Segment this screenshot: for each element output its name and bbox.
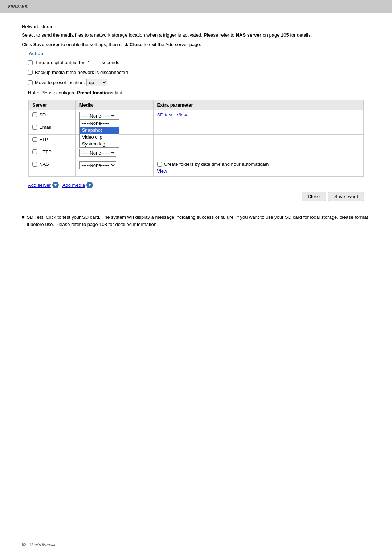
page-footer: 92 - User's Manual [22, 542, 55, 547]
trigger-value-input[interactable] [86, 59, 100, 66]
nas-server-cell: NAS [32, 161, 72, 167]
backup-row: Backup media if the network is disconnec… [28, 70, 364, 75]
ftp-server-cell: FTP [32, 137, 72, 142]
dropdown-item-syslog[interactable]: System log [80, 140, 119, 147]
note-text: Note: Please configure [28, 90, 77, 95]
dropdown-item-none[interactable]: -----None----- [80, 120, 119, 127]
click-info: Click Save server to enable the settings… [22, 41, 370, 48]
add-server-label: Add server [28, 182, 51, 188]
note-row: Note: Please configure Preset locations … [28, 90, 364, 95]
nas-view-link[interactable]: View [157, 168, 360, 174]
preset-row: Move to preset location: up down [28, 79, 364, 86]
preset-label: Move to preset location: [35, 80, 85, 85]
ftp-label: FTP [39, 137, 48, 142]
add-media-button[interactable]: Add media ▼ [62, 182, 93, 188]
add-media-icon: ▼ [86, 182, 93, 188]
nas-folders-row: Create folders by date time and hour aut… [157, 161, 360, 167]
dropdown-item-snapshot[interactable]: Snapshot [80, 127, 119, 134]
sd-checkbox[interactable] [32, 112, 37, 117]
sd-server-cell: SD [32, 112, 72, 118]
sd-label: SD [39, 112, 46, 118]
trigger-unit: seconds [102, 60, 119, 65]
table-header-row: Server Media Extra parameter [29, 100, 364, 110]
http-checkbox[interactable] [32, 149, 37, 154]
click-text-1: Click [22, 42, 33, 47]
bottom-buttons-row: Close Save event [28, 192, 364, 201]
preset-locations-link[interactable]: Preset locations [77, 90, 113, 95]
nas-folders-label: Create folders by date time and hour aut… [164, 161, 270, 167]
sd-note-section: ■ SD Test: Click to test your SD card. T… [22, 214, 370, 228]
action-legend: Action [26, 51, 45, 56]
add-media-label: Add media [62, 182, 85, 188]
trigger-checkbox[interactable] [28, 60, 33, 65]
trigger-row: Trigger digital output for seconds [28, 59, 364, 66]
nas-media-select[interactable]: -----None----- Snapshot Video clip Syste… [79, 161, 116, 169]
sd-test-link[interactable]: SD test [157, 112, 173, 118]
network-storage-section: Network storage: Select to send the medi… [22, 24, 370, 39]
action-table: Server Media Extra parameter SD [28, 100, 364, 177]
sd-view-link[interactable]: View [177, 112, 187, 118]
click-text-3: to exit the Add server page. [142, 42, 201, 47]
table-row: SD -----None----- Snapshot Video clip [29, 110, 364, 122]
close-button[interactable]: Close [302, 192, 326, 201]
table-row: HTTP -----None----- Snapshot Video clip … [29, 147, 364, 159]
header: VIVOTEK [0, 0, 392, 13]
sd-extra-links: SD test View [157, 112, 360, 118]
email-label: Email [39, 124, 51, 130]
sd-note-text: SD Test: Click to test your SD card. The… [27, 214, 370, 228]
section-description: Select to send the media files to a netw… [22, 32, 370, 39]
sd-media-select[interactable]: -----None----- Snapshot Video clip Syste… [79, 112, 116, 120]
table-row: NAS -----None----- Snapshot Video clip S… [29, 159, 364, 176]
dropdown-item-videoclip[interactable]: Video clip [80, 134, 119, 140]
extra-col-header: Extra parameter [153, 100, 363, 110]
sd-media-dropdown-box: -----None----- Snapshot Video clip Syste… [79, 112, 116, 120]
ftp-checkbox[interactable] [32, 137, 37, 142]
preset-checkbox[interactable] [28, 80, 33, 85]
table-row: FTP -----None----- Snapshot Video clip S… [29, 135, 364, 147]
server-col-header: Server [29, 100, 76, 110]
media-col-header: Media [75, 100, 153, 110]
backup-checkbox[interactable] [28, 70, 33, 75]
trigger-label: Trigger digital output for [35, 60, 85, 65]
main-content: Network storage: Select to send the medi… [0, 13, 392, 239]
desc-text-2: on page 105 for details. [261, 32, 312, 38]
nas-folders-checkbox[interactable] [157, 162, 162, 167]
preset-select[interactable]: up down [86, 79, 107, 86]
page: VIVOTEK Network storage: Select to send … [0, 0, 392, 554]
nas-label: NAS [39, 161, 49, 167]
sd-bullet-icon: ■ [22, 214, 25, 228]
click-text-2: to enable the settings, then click [60, 42, 130, 47]
http-media-select[interactable]: -----None----- Snapshot Video clip Syste… [79, 149, 116, 157]
backup-label: Backup media if the network is disconnec… [35, 70, 128, 75]
nas-server-bold: NAS server [236, 32, 261, 38]
email-checkbox[interactable] [32, 125, 37, 130]
http-label: HTTP [39, 149, 52, 155]
table-row: Email -----None----- Snapshot Video clip… [29, 122, 364, 135]
nas-extra: Create folders by date time and hour aut… [157, 161, 360, 174]
section-title: Network storage: [22, 24, 370, 29]
add-server-icon: ▼ [52, 182, 59, 188]
action-box: Action Trigger digital output for second… [22, 54, 370, 206]
save-server-bold: Save server [33, 42, 60, 47]
add-server-button[interactable]: Add server ▼ [28, 182, 59, 188]
action-buttons-row: Add server ▼ Add media ▼ [28, 182, 364, 188]
email-server-cell: Email [32, 124, 72, 130]
http-server-cell: HTTP [32, 149, 72, 155]
sd-dropdown-list: -----None----- Snapshot Video clip Syste… [79, 119, 119, 148]
close-bold: Close [130, 42, 142, 47]
desc-text-1: Select to send the media files to a netw… [22, 32, 236, 38]
brand-label: VIVOTEK [7, 4, 28, 9]
save-event-button[interactable]: Save event [328, 192, 364, 201]
note-suffix: first [114, 90, 123, 95]
nas-checkbox[interactable] [32, 162, 37, 167]
